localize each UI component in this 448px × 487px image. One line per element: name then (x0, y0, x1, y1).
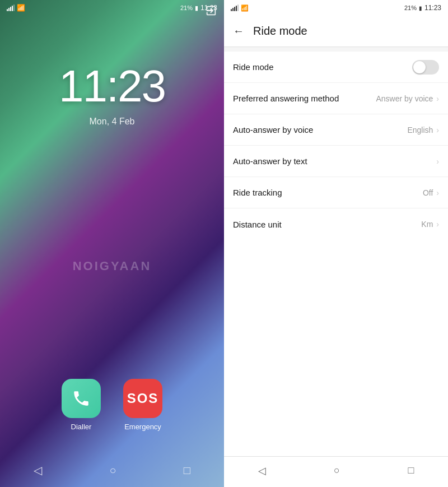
right-status-bar: 📶 21% ▮ 11:23 (224, 0, 448, 16)
auto-answer-voice-value: English (407, 126, 433, 134)
left-back-button[interactable]: ◁ (34, 463, 42, 477)
distance-unit-value: Km (421, 220, 433, 229)
lock-screen: 📶 21% ▮ 11:23 11:23 Mon, 4 Feb NOIGYAAN … (0, 0, 224, 487)
distance-unit-label: Distance unit (233, 220, 282, 229)
right-signal-icon (231, 4, 239, 11)
right-battery-icon: ▮ (419, 5, 422, 11)
ride-tracking-label: Ride tracking (233, 188, 282, 197)
back-button[interactable]: ← (233, 25, 244, 38)
auto-answer-text-item[interactable]: Auto-answer by text › (224, 146, 448, 177)
answering-method-label: Preferred answering method (233, 94, 339, 103)
answering-method-chevron: › (436, 94, 439, 103)
auto-answer-voice-item[interactable]: Auto-answer by voice English › (224, 114, 448, 146)
distance-unit-chevron: › (436, 220, 439, 229)
answering-method-right: Answer by voice › (376, 94, 439, 103)
dialler-label: Dialler (71, 423, 92, 431)
left-nav-bar: ◁ ○ □ (0, 456, 224, 487)
settings-header: ← Ride mode (224, 16, 448, 47)
exit-button[interactable] (205, 4, 217, 20)
left-home-button[interactable]: ○ (109, 464, 116, 477)
ride-mode-label: Ride mode (233, 62, 274, 72)
sos-icon[interactable]: SOS (123, 379, 162, 418)
settings-list: Ride mode Preferred answering method Ans… (224, 52, 448, 456)
auto-answer-voice-right: English › (407, 126, 439, 134)
left-status-bar: 📶 21% ▮ 11:23 (0, 0, 224, 16)
auto-answer-text-label: Auto-answer by text (233, 156, 307, 166)
right-home-button[interactable]: ○ (334, 465, 340, 476)
settings-panel: 📶 21% ▮ 11:23 ← Ride mode Ride mode Pref… (224, 0, 448, 487)
page-title: Ride mode (253, 25, 307, 38)
wifi-icon: 📶 (17, 4, 25, 12)
left-battery-icon: ▮ (195, 4, 198, 12)
emergency-label: Emergency (124, 423, 161, 431)
dialler-app[interactable]: Dialler (62, 379, 101, 431)
lock-screen-time: 11:23 (59, 61, 165, 112)
right-time: 11:23 (424, 4, 441, 12)
emergency-app[interactable]: SOS Emergency (123, 379, 162, 431)
ride-tracking-value: Off (423, 188, 433, 197)
right-battery-text: 21% (404, 4, 417, 11)
right-recent-button[interactable]: □ (408, 465, 414, 476)
auto-answer-text-right: › (433, 157, 439, 166)
right-back-button[interactable]: ◁ (258, 465, 266, 477)
answering-method-value: Answer by voice (376, 94, 433, 103)
auto-answer-voice-chevron: › (436, 126, 439, 134)
left-battery-text: 21% (180, 4, 193, 11)
right-wifi-icon: 📶 (241, 4, 249, 12)
ride-tracking-right: Off › (423, 188, 439, 197)
auto-answer-voice-label: Auto-answer by voice (233, 125, 313, 134)
ride-mode-toggle[interactable] (412, 60, 439, 75)
ride-tracking-chevron: › (436, 188, 439, 197)
right-status-right: 21% ▮ 11:23 (404, 4, 441, 12)
lock-screen-date: Mon, 4 Feb (90, 117, 135, 127)
right-nav-bar: ◁ ○ □ (224, 456, 448, 487)
distance-unit-right: Km › (421, 220, 439, 229)
left-status-left: 📶 (7, 4, 25, 12)
right-status-left: 📶 (231, 4, 249, 12)
left-recent-button[interactable]: □ (184, 464, 190, 477)
answering-method-item[interactable]: Preferred answering method Answer by voi… (224, 83, 448, 114)
distance-unit-item[interactable]: Distance unit Km › (224, 208, 448, 240)
watermark: NOIGYAAN (73, 259, 152, 273)
auto-answer-text-chevron: › (436, 157, 439, 166)
toggle-knob (413, 61, 426, 73)
dialler-icon[interactable] (62, 379, 101, 418)
apps-row: Dialler SOS Emergency (62, 379, 162, 431)
signal-icon (7, 4, 15, 11)
ride-mode-item[interactable]: Ride mode (224, 52, 448, 83)
ride-tracking-item[interactable]: Ride tracking Off › (224, 177, 448, 208)
